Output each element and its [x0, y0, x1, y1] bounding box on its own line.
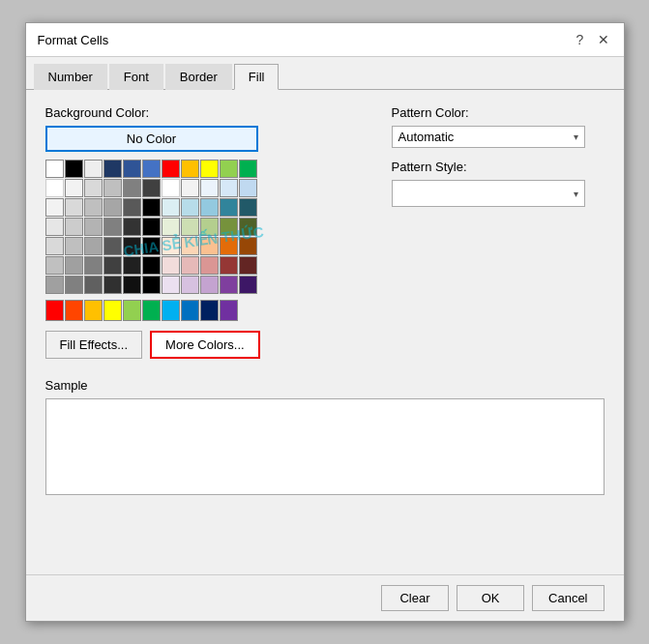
- color-swatch[interactable]: [162, 237, 180, 255]
- color-swatch[interactable]: [181, 300, 199, 321]
- color-swatch[interactable]: [84, 160, 103, 178]
- color-swatch[interactable]: [123, 198, 141, 217]
- color-swatch[interactable]: [45, 300, 64, 321]
- color-swatch[interactable]: [181, 237, 199, 255]
- clear-button[interactable]: Clear: [381, 585, 449, 611]
- color-swatch[interactable]: [142, 256, 161, 275]
- color-swatch[interactable]: [84, 256, 103, 275]
- color-swatch[interactable]: [239, 237, 257, 255]
- color-swatch[interactable]: [142, 179, 161, 197]
- no-color-button[interactable]: No Color: [45, 126, 258, 152]
- fill-effects-button[interactable]: Fill Effects...: [45, 331, 143, 359]
- color-swatch[interactable]: [220, 256, 238, 275]
- color-swatch[interactable]: [65, 179, 83, 197]
- color-swatch[interactable]: [142, 237, 161, 255]
- color-swatch[interactable]: [45, 256, 64, 275]
- color-swatch[interactable]: [142, 218, 161, 236]
- color-swatch[interactable]: [200, 160, 219, 178]
- color-swatch[interactable]: [103, 256, 122, 275]
- color-swatch[interactable]: [239, 160, 257, 178]
- pattern-style-dropdown[interactable]: ▾: [392, 180, 585, 207]
- color-swatch[interactable]: [65, 237, 83, 255]
- color-swatch[interactable]: [123, 276, 141, 294]
- color-swatch[interactable]: [162, 256, 180, 275]
- color-swatch[interactable]: [103, 160, 122, 178]
- color-swatch[interactable]: [65, 218, 83, 236]
- color-swatch[interactable]: [200, 198, 219, 217]
- color-swatch[interactable]: [142, 300, 161, 321]
- color-swatch[interactable]: [103, 179, 122, 197]
- color-swatch[interactable]: [162, 160, 180, 178]
- color-swatch[interactable]: [84, 276, 103, 294]
- help-button[interactable]: ?: [572, 31, 589, 48]
- color-swatch[interactable]: [181, 256, 199, 275]
- pattern-color-dropdown[interactable]: Automatic ▾: [392, 126, 585, 148]
- color-swatch[interactable]: [239, 218, 257, 236]
- color-swatch[interactable]: [162, 276, 180, 294]
- color-swatch[interactable]: [65, 300, 83, 321]
- color-swatch[interactable]: [84, 179, 103, 197]
- color-swatch[interactable]: [142, 160, 161, 178]
- color-swatch[interactable]: [239, 256, 257, 275]
- color-swatch[interactable]: [123, 160, 141, 178]
- color-swatch[interactable]: [84, 198, 103, 217]
- tab-fill[interactable]: Fill: [234, 64, 280, 90]
- color-swatch[interactable]: [162, 300, 180, 321]
- color-swatch[interactable]: [162, 198, 180, 217]
- color-swatch[interactable]: [220, 179, 238, 197]
- color-swatch[interactable]: [181, 198, 199, 217]
- close-button[interactable]: ✕: [595, 31, 612, 48]
- color-swatch[interactable]: [123, 179, 141, 197]
- color-swatch[interactable]: [65, 256, 83, 275]
- color-swatch[interactable]: [142, 276, 161, 294]
- color-swatch[interactable]: [220, 276, 238, 294]
- color-swatch[interactable]: [65, 276, 83, 294]
- color-swatch[interactable]: [123, 256, 141, 275]
- color-swatch[interactable]: [65, 160, 83, 178]
- color-swatch[interactable]: [181, 160, 199, 178]
- tab-number[interactable]: Number: [34, 64, 107, 90]
- color-swatch[interactable]: [123, 218, 141, 236]
- color-swatch[interactable]: [45, 160, 64, 178]
- color-swatch[interactable]: [239, 198, 257, 217]
- color-swatch[interactable]: [200, 179, 219, 197]
- color-swatch[interactable]: [84, 218, 103, 236]
- color-swatch[interactable]: [181, 179, 199, 197]
- color-swatch[interactable]: [103, 300, 122, 321]
- color-swatch[interactable]: [200, 237, 219, 255]
- color-swatch[interactable]: [220, 237, 238, 255]
- color-swatch[interactable]: [142, 198, 161, 217]
- color-swatch[interactable]: [45, 237, 64, 255]
- color-swatch[interactable]: [181, 276, 199, 294]
- color-swatch[interactable]: [220, 160, 238, 178]
- color-swatch[interactable]: [123, 300, 141, 321]
- color-swatch[interactable]: [45, 276, 64, 294]
- color-swatch[interactable]: [220, 218, 238, 236]
- color-swatch[interactable]: [200, 276, 219, 294]
- color-swatch[interactable]: [45, 198, 64, 217]
- color-swatch[interactable]: [220, 198, 238, 217]
- color-swatch[interactable]: [181, 218, 199, 236]
- color-swatch[interactable]: [239, 276, 257, 294]
- color-swatch[interactable]: [65, 198, 83, 217]
- color-swatch[interactable]: [239, 179, 257, 197]
- color-swatch[interactable]: [103, 276, 122, 294]
- color-swatch[interactable]: [84, 237, 103, 255]
- color-swatch[interactable]: [45, 179, 64, 197]
- color-swatch[interactable]: [200, 300, 219, 321]
- color-swatch[interactable]: [103, 218, 122, 236]
- color-swatch[interactable]: [220, 300, 238, 321]
- tab-font[interactable]: Font: [109, 64, 163, 90]
- ok-button[interactable]: OK: [457, 585, 524, 611]
- tab-border[interactable]: Border: [165, 64, 232, 90]
- color-swatch[interactable]: [103, 198, 122, 217]
- cancel-button[interactable]: Cancel: [532, 585, 604, 611]
- color-swatch[interactable]: [200, 256, 219, 275]
- color-swatch[interactable]: [103, 237, 122, 255]
- color-swatch[interactable]: [123, 237, 141, 255]
- color-swatch[interactable]: [162, 218, 180, 236]
- color-swatch[interactable]: [45, 218, 64, 236]
- more-colors-button[interactable]: More Colors...: [150, 331, 260, 359]
- color-swatch[interactable]: [200, 218, 219, 236]
- color-swatch[interactable]: [162, 179, 180, 197]
